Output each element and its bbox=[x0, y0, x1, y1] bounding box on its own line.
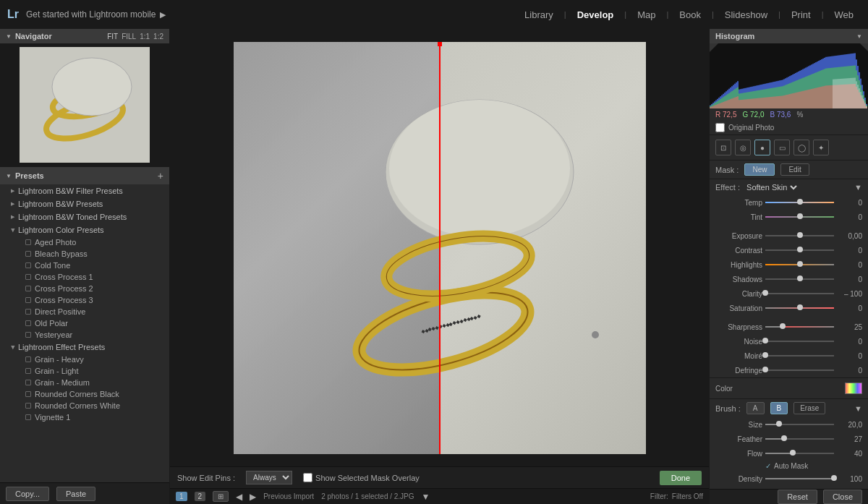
defringe-slider[interactable] bbox=[765, 370, 834, 371]
edit-pins-select[interactable]: Always bbox=[246, 471, 292, 484]
preset-group-bw-filter-header[interactable]: ▶ Lightroom B&W Filter Presets bbox=[0, 184, 169, 197]
saturation-thumb[interactable] bbox=[797, 304, 803, 310]
noise-thumb[interactable] bbox=[762, 338, 768, 343]
preset-group-color-header[interactable]: ▶ Lightroom Color Presets bbox=[0, 223, 169, 236]
highlights-slider[interactable] bbox=[765, 264, 834, 265]
noise-slider[interactable] bbox=[765, 341, 834, 342]
nav-opt-fill[interactable]: FILL bbox=[122, 33, 136, 40]
temp-thumb[interactable] bbox=[797, 199, 803, 205]
presets-header[interactable]: ▼ Presets + bbox=[0, 167, 169, 184]
graduated-filter-tool[interactable]: ▭ bbox=[774, 140, 790, 155]
tint-slider[interactable] bbox=[765, 216, 834, 218]
clarity-thumb[interactable] bbox=[762, 290, 768, 296]
nav-print[interactable]: Print bbox=[784, 7, 818, 22]
preset-vignette-1[interactable]: Vignette 1 bbox=[0, 411, 169, 423]
preset-old-polar[interactable]: Old Polar bbox=[0, 317, 169, 329]
sharpness-slider[interactable] bbox=[765, 326, 834, 328]
shadows-thumb[interactable] bbox=[797, 276, 803, 281]
contrast-thumb[interactable] bbox=[797, 247, 803, 252]
photo-arrow-down[interactable]: ▼ bbox=[422, 492, 430, 502]
sharpness-thumb[interactable] bbox=[780, 323, 786, 329]
preset-group-bw-toned-header[interactable]: ▶ Lightroom B&W Toned Presets bbox=[0, 210, 169, 223]
nav-slideshow[interactable]: Slideshow bbox=[718, 7, 775, 22]
preset-cross-process-3[interactable]: Cross Process 3 bbox=[0, 294, 169, 306]
preset-grain-light[interactable]: Grain - Light bbox=[0, 365, 169, 377]
preset-group-effect-header[interactable]: ▶ Lightroom Effect Presets bbox=[0, 341, 169, 354]
preset-cold-tone[interactable]: Cold Tone bbox=[0, 260, 169, 271]
page-2-button[interactable]: 2 bbox=[195, 492, 206, 501]
flow-slider[interactable] bbox=[765, 453, 834, 454]
mask-edit-button[interactable]: Edit bbox=[780, 163, 809, 176]
next-arrow[interactable]: ▶ bbox=[250, 492, 256, 502]
reset-button[interactable]: Reset bbox=[778, 490, 817, 504]
close-button[interactable]: Close bbox=[823, 490, 862, 504]
image-area[interactable]: ◆◆◆◆◆◆◆◆◆◆◆◆◆◆◆◆◆ bbox=[170, 29, 709, 466]
brush-erase-button[interactable]: Erase bbox=[793, 402, 825, 414]
shadows-slider[interactable] bbox=[765, 278, 834, 280]
done-button[interactable]: Done bbox=[660, 471, 702, 485]
mask-new-button[interactable]: New bbox=[744, 163, 775, 176]
preset-rounded-corners-white[interactable]: Rounded Corners White bbox=[0, 400, 169, 411]
preset-group-bw-header[interactable]: ▶ Lightroom B&W Presets bbox=[0, 197, 169, 210]
clarity-slider[interactable] bbox=[765, 293, 834, 294]
grid-view-button[interactable]: ⊞ bbox=[213, 491, 229, 502]
arrow-icon[interactable]: ▶ bbox=[160, 10, 166, 20]
density-slider[interactable] bbox=[765, 478, 834, 479]
preset-grain-medium[interactable]: Grain - Medium bbox=[0, 377, 169, 388]
density-thumb[interactable] bbox=[831, 475, 837, 481]
contrast-slider[interactable] bbox=[765, 249, 834, 251]
nav-book[interactable]: Book bbox=[672, 7, 708, 22]
brush-dropdown[interactable]: ▼ bbox=[854, 404, 862, 413]
radial-filter-tool[interactable]: ◯ bbox=[793, 140, 809, 155]
brush-b-button[interactable]: B bbox=[770, 402, 788, 414]
nav-library[interactable]: Library bbox=[517, 7, 561, 22]
effect-select[interactable]: Soften Skin bbox=[744, 182, 799, 192]
feather-thumb[interactable] bbox=[781, 435, 787, 441]
brush-tool[interactable]: ● bbox=[754, 140, 770, 155]
size-thumb[interactable] bbox=[776, 421, 782, 427]
preset-direct-positive[interactable]: Direct Positive bbox=[0, 306, 169, 317]
prev-arrow[interactable]: ◀ bbox=[236, 492, 242, 502]
navigator-header[interactable]: ▼ Navigator FIT FILL 1:1 1:2 bbox=[0, 29, 169, 43]
mask-overlay-checkbox[interactable] bbox=[303, 473, 312, 482]
copy-button[interactable]: Copy... bbox=[6, 487, 49, 501]
effect-dropdown-arrow[interactable]: ▼ bbox=[854, 183, 862, 192]
preset-rounded-corners-black[interactable]: Rounded Corners Black bbox=[0, 388, 169, 400]
moire-thumb[interactable] bbox=[762, 352, 768, 358]
size-slider[interactable] bbox=[765, 424, 834, 425]
preset-bleach-bypass[interactable]: Bleach Bypass bbox=[0, 248, 169, 260]
tint-thumb[interactable] bbox=[797, 213, 803, 219]
settings-tool[interactable]: ✦ bbox=[813, 140, 829, 155]
preset-aged-photo[interactable]: Aged Photo bbox=[0, 236, 169, 248]
crop-tool[interactable]: ⊡ bbox=[715, 140, 731, 155]
nav-opt-1-1[interactable]: 1:1 bbox=[140, 33, 150, 40]
exposure-slider[interactable] bbox=[765, 235, 834, 236]
moire-slider[interactable] bbox=[765, 355, 834, 356]
nav-map[interactable]: Map bbox=[630, 7, 663, 22]
mask-overlay-label[interactable]: Show Selected Mask Overlay bbox=[303, 473, 420, 482]
defringe-thumb[interactable] bbox=[762, 367, 768, 372]
preset-cross-process-2[interactable]: Cross Process 2 bbox=[0, 283, 169, 294]
preset-cross-process-1[interactable]: Cross Process 1 bbox=[0, 271, 169, 283]
preset-yesteryear[interactable]: Yesteryear bbox=[0, 329, 169, 341]
spot-removal-tool[interactable]: ◎ bbox=[735, 140, 751, 155]
highlights-thumb[interactable] bbox=[797, 261, 803, 267]
nav-opt-1-2[interactable]: 1:2 bbox=[153, 33, 163, 40]
navigator-thumbnail[interactable] bbox=[0, 43, 169, 166]
presets-add-button[interactable]: + bbox=[158, 170, 163, 181]
exposure-thumb[interactable] bbox=[797, 232, 803, 238]
nav-opt-fit[interactable]: FIT bbox=[107, 33, 118, 40]
paste-button[interactable]: Paste bbox=[56, 487, 95, 501]
histogram-header[interactable]: Histogram ▼ bbox=[710, 29, 868, 43]
nav-develop[interactable]: Develop bbox=[570, 7, 621, 22]
original-photo-checkbox[interactable] bbox=[715, 123, 725, 132]
flow-thumb[interactable] bbox=[790, 450, 796, 456]
page-1-button[interactable]: 1 bbox=[176, 492, 187, 501]
nav-web[interactable]: Web bbox=[827, 7, 861, 22]
feather-slider[interactable] bbox=[765, 438, 834, 440]
color-swatch[interactable] bbox=[845, 383, 862, 394]
brush-a-button[interactable]: A bbox=[746, 402, 765, 414]
saturation-slider[interactable] bbox=[765, 307, 834, 309]
temp-slider[interactable] bbox=[765, 202, 834, 203]
preset-grain-heavy[interactable]: Grain - Heavy bbox=[0, 354, 169, 365]
